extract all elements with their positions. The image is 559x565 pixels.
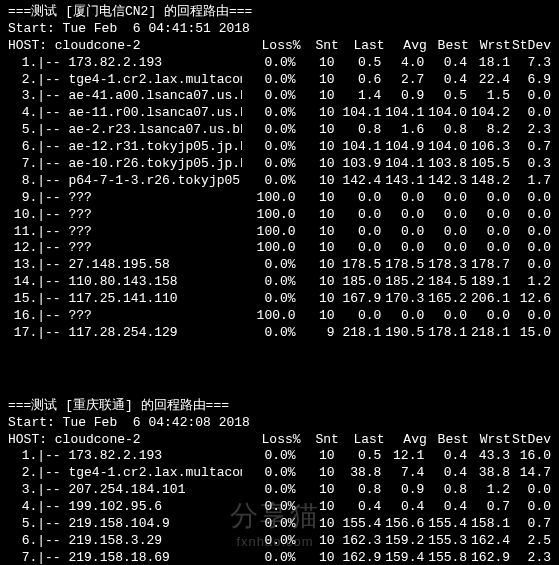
hop-stdev: 7.3 [510,55,551,72]
hop-last: 178.5 [335,257,382,274]
table-row: 1.|-- 173.82.2.1930.0%100.512.10.443.316… [8,448,551,465]
hop-best: 0.4 [424,72,467,89]
hop-last: 185.0 [335,274,382,291]
hop-last: 167.9 [335,291,382,308]
hop-last: 0.0 [335,308,382,325]
hop-loss: 0.0% [242,156,296,173]
hop-avg: 190.5 [381,325,424,342]
hop-loss: 0.0% [242,533,296,550]
col-best: Best [427,38,469,55]
hop-host: |-- tge4-1.cr2.lax.multacom.c [37,465,242,482]
hop-best: 104.0 [424,139,467,156]
hop-host: |-- ae-2.r23.lsanca07.us.bb.g [37,122,242,139]
hop-best: 103.8 [424,156,467,173]
hop-last: 142.4 [335,173,382,190]
hop-wrst: 8.2 [467,122,510,139]
hop-host: |-- ??? [37,207,242,224]
hop-stdev: 0.0 [510,257,551,274]
hop-loss: 0.0% [242,465,296,482]
table-row: 7.|-- ae-10.r26.tokyjp05.jp.bb.0.0%10103… [8,156,551,173]
hop-loss: 100.0 [242,240,296,257]
hop-snt: 10 [296,482,335,499]
hop-loss: 0.0% [242,448,296,465]
hop-host: |-- 173.82.2.193 [37,55,242,72]
terminal-output: ===测试 [厦门电信CN2] 的回程路由===Start: Tue Feb 6… [8,4,551,565]
hop-host: |-- ??? [37,308,242,325]
table-row: 3.|-- 207.254.184.1010.0%100.80.90.81.20… [8,482,551,499]
hop-best: 178.1 [424,325,467,342]
hop-host: |-- 199.102.95.6 [37,499,242,516]
hop-number: 16. [8,308,37,325]
hop-stdev: 0.0 [510,105,551,122]
hop-snt: 10 [296,448,335,465]
hop-number: 2. [8,465,37,482]
hop-loss: 0.0% [242,499,296,516]
hop-number: 4. [8,499,37,516]
hop-avg: 143.1 [381,173,424,190]
hop-snt: 10 [296,550,335,565]
hop-last: 0.0 [335,224,382,241]
hop-best: 0.0 [424,308,467,325]
hop-avg: 104.1 [381,105,424,122]
hop-best: 155.4 [424,516,467,533]
hop-wrst: 1.5 [467,88,510,105]
hop-best: 155.8 [424,550,467,565]
col-snt: Snt [301,432,339,449]
hop-best: 155.3 [424,533,467,550]
hop-best: 0.0 [424,240,467,257]
hop-wrst: 105.5 [467,156,510,173]
col-stdev: StDev [511,432,551,449]
hop-number: 5. [8,516,37,533]
hop-last: 155.4 [335,516,382,533]
table-row: 2.|-- tge4-1.cr2.lax.multacom.c0.0%1038.… [8,465,551,482]
hop-wrst: 38.8 [467,465,510,482]
hop-snt: 10 [296,207,335,224]
hop-last: 104.1 [335,105,382,122]
hop-avg: 1.6 [381,122,424,139]
hop-number: 8. [8,173,37,190]
col-wrst: Wrst [469,432,511,449]
hop-wrst: 43.3 [467,448,510,465]
hop-avg: 0.9 [381,482,424,499]
hop-host: |-- ??? [37,224,242,241]
table-row: 10.|-- ???100.0100.00.00.00.00.0 [8,207,551,224]
hop-snt: 10 [296,516,335,533]
table-row: 9.|-- ???100.0100.00.00.00.00.0 [8,190,551,207]
hop-wrst: 148.2 [467,173,510,190]
hop-best: 0.0 [424,207,467,224]
table-row: 6.|-- ae-12.r31.tokyjp05.jp.bb.0.0%10104… [8,139,551,156]
hop-wrst: 0.0 [467,308,510,325]
hop-last: 103.9 [335,156,382,173]
table-row: 12.|-- ???100.0100.00.00.00.00.0 [8,240,551,257]
table-row: 13.|-- 27.148.195.580.0%10178.5178.5178.… [8,257,551,274]
hop-number: 13. [8,257,37,274]
hop-loss: 0.0% [242,72,296,89]
hop-last: 0.0 [335,190,382,207]
table-row: 2.|-- tge4-1.cr2.lax.multacom.c0.0%100.6… [8,72,551,89]
hop-stdev: 12.6 [510,291,551,308]
table-row: 4.|-- 199.102.95.60.0%100.40.40.40.70.0 [8,499,551,516]
hop-stdev: 1.2 [510,274,551,291]
section-title: ===测试 [重庆联通] 的回程路由=== [8,398,551,415]
hop-stdev: 0.7 [510,139,551,156]
hop-number: 3. [8,88,37,105]
hop-number: 11. [8,224,37,241]
hop-last: 162.3 [335,533,382,550]
hop-number: 9. [8,190,37,207]
hop-loss: 0.0% [242,139,296,156]
hop-stdev: 0.0 [510,482,551,499]
hop-snt: 10 [296,240,335,257]
col-avg: Avg [385,432,427,449]
hop-host: |-- 173.82.2.193 [37,448,242,465]
hop-host: |-- 117.28.254.129 [37,325,242,342]
host-label: HOST: cloudcone-2 [8,38,248,55]
hop-number: 6. [8,533,37,550]
hop-host: |-- ae-12.r31.tokyjp05.jp.bb. [37,139,242,156]
hop-snt: 10 [296,88,335,105]
hop-snt: 10 [296,291,335,308]
hop-host: |-- tge4-1.cr2.lax.multacom.c [37,72,242,89]
hop-avg: 0.0 [381,190,424,207]
hop-best: 0.4 [424,499,467,516]
hop-number: 7. [8,156,37,173]
hop-last: 162.9 [335,550,382,565]
